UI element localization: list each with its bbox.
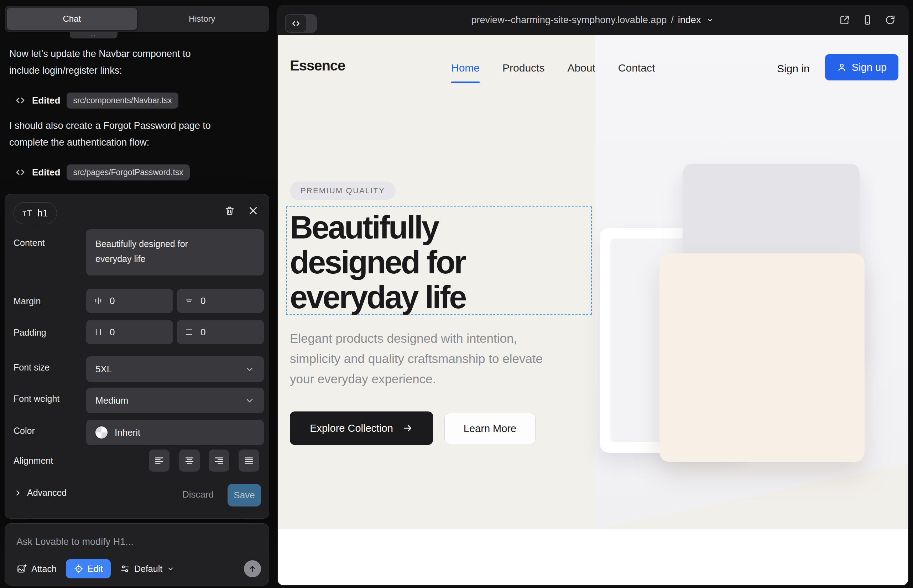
chevron-down-icon (244, 364, 254, 374)
code-icon (15, 167, 26, 178)
font-weight-label: Font weight (13, 394, 60, 404)
hero-paragraph: Elegant products designed with intention… (290, 328, 560, 389)
padding-y-icon (184, 327, 194, 337)
advanced-toggle[interactable]: Advanced (13, 488, 66, 498)
alignment-label: Alignment (13, 456, 53, 466)
tab-chat[interactable]: Chat (7, 8, 137, 30)
refresh-button[interactable] (884, 14, 896, 26)
edit-target-icon (74, 564, 84, 574)
align-right-button[interactable] (209, 449, 229, 472)
decor-card-cream (659, 254, 864, 462)
model-default-select[interactable]: Default (120, 564, 175, 574)
chevron-down-icon (706, 16, 714, 24)
premium-quality-badge: PREMIUM QUALITY (290, 181, 396, 200)
preview-browser: preview--charming-site-symphony.lovable.… (277, 5, 909, 586)
nav-link-home[interactable]: Home (451, 62, 480, 74)
sign-up-button[interactable]: Sign up (825, 54, 898, 81)
padding-label: Padding (13, 328, 46, 338)
align-justify-button[interactable] (239, 449, 259, 472)
font-weight-select[interactable]: Medium (86, 388, 264, 413)
element-editor-panel: тT h1 Content Beautifully designed for e… (5, 194, 269, 519)
element-tag: h1 (37, 208, 48, 219)
edit-mode-button[interactable]: Edit (66, 559, 111, 578)
edited-label: Edited (32, 167, 60, 178)
open-external-button[interactable] (839, 14, 850, 26)
mobile-view-button[interactable] (862, 14, 873, 26)
attach-image-icon (16, 564, 27, 574)
content-label: Content (13, 238, 45, 248)
align-right-icon (214, 455, 224, 466)
nav-link-about[interactable]: About (567, 62, 595, 74)
file-chip[interactable]: src/pages/ForgotPassword.tsx (66, 165, 189, 181)
margin-x-icon (93, 296, 103, 306)
padding-x-icon (93, 327, 103, 337)
chevron-down-icon (167, 565, 175, 573)
refresh-icon (884, 14, 896, 26)
sliders-icon (120, 564, 130, 574)
user-icon (837, 62, 847, 72)
tab-history[interactable]: History (137, 8, 267, 30)
chat-message: I should also create a Forgot Password p… (9, 118, 237, 151)
learn-more-button[interactable]: Learn More (444, 413, 536, 444)
padding-x-input[interactable]: 0 (86, 320, 173, 344)
type-icon: тT (23, 208, 32, 218)
hero-heading[interactable]: Beautifully designed for everyday life (290, 210, 539, 315)
edited-label: Edited (32, 95, 60, 106)
discard-button[interactable]: Discard (182, 489, 214, 500)
margin-x-input[interactable]: 0 (86, 289, 173, 313)
section-below-hero (278, 529, 908, 585)
send-button[interactable] (244, 560, 261, 577)
color-select[interactable]: Inherit (86, 420, 264, 445)
delete-element-button[interactable] (223, 204, 236, 217)
site-nav: Home Products About Contact (451, 62, 655, 74)
code-icon (15, 95, 26, 106)
content-input[interactable]: Beautifully designed for everyday life (86, 229, 264, 276)
chat-composer: Ask Lovable to modify H1... Attach Edit … (5, 523, 269, 585)
edited-file-row[interactable]: Edited src/components/Navbar.tsx (15, 91, 178, 110)
app-window: Chat History .. Now let's update the Nav… (0, 0, 913, 588)
url-page: index (678, 15, 701, 26)
close-icon (248, 205, 259, 216)
align-left-button[interactable] (149, 449, 170, 472)
save-button[interactable]: Save (228, 484, 261, 507)
mobile-icon (862, 14, 873, 26)
align-justify-icon (244, 455, 254, 466)
attach-button[interactable]: Attach (16, 564, 57, 574)
chevron-down-icon (244, 396, 254, 405)
margin-y-icon (184, 296, 194, 306)
sign-in-link[interactable]: Sign in (777, 63, 810, 75)
url-domain: preview--charming-site-symphony.lovable.… (471, 15, 667, 26)
chat-history-tabbar: Chat History (5, 6, 269, 32)
font-size-select[interactable]: 5XL (86, 356, 264, 382)
scrolled-file-chip: .. (70, 32, 118, 39)
send-arrow-icon (248, 564, 257, 573)
external-link-icon (839, 14, 850, 26)
color-label: Color (13, 426, 35, 436)
nav-link-products[interactable]: Products (502, 62, 544, 74)
site-logo[interactable]: Essence (290, 58, 345, 74)
file-chip[interactable]: src/components/Navbar.tsx (66, 92, 178, 108)
site-canvas: Essence Home Products About Contact Sign… (278, 35, 908, 585)
composer-input[interactable]: Ask Lovable to modify H1... (16, 536, 134, 548)
color-swatch (96, 426, 108, 438)
align-center-button[interactable] (179, 449, 200, 472)
align-left-icon (154, 455, 165, 466)
chat-message: Now let's update the Navbar component to… (9, 45, 223, 79)
url-bar[interactable]: preview--charming-site-symphony.lovable.… (277, 5, 909, 35)
nav-link-contact[interactable]: Contact (618, 62, 655, 74)
align-center-icon (184, 455, 195, 466)
padding-y-input[interactable]: 0 (177, 320, 264, 344)
arrow-right-icon (402, 423, 413, 433)
trash-icon (224, 205, 235, 216)
element-tag-pill[interactable]: тT h1 (13, 202, 57, 224)
explore-collection-button[interactable]: Explore Collection (290, 412, 433, 445)
edited-file-row[interactable]: Edited src/pages/ForgotPassword.tsx (15, 163, 190, 181)
close-editor-button[interactable] (247, 204, 260, 217)
chevron-right-icon (13, 489, 22, 497)
margin-y-input[interactable]: 0 (177, 289, 264, 313)
margin-label: Margin (13, 296, 40, 307)
font-size-label: Font size (13, 362, 50, 373)
